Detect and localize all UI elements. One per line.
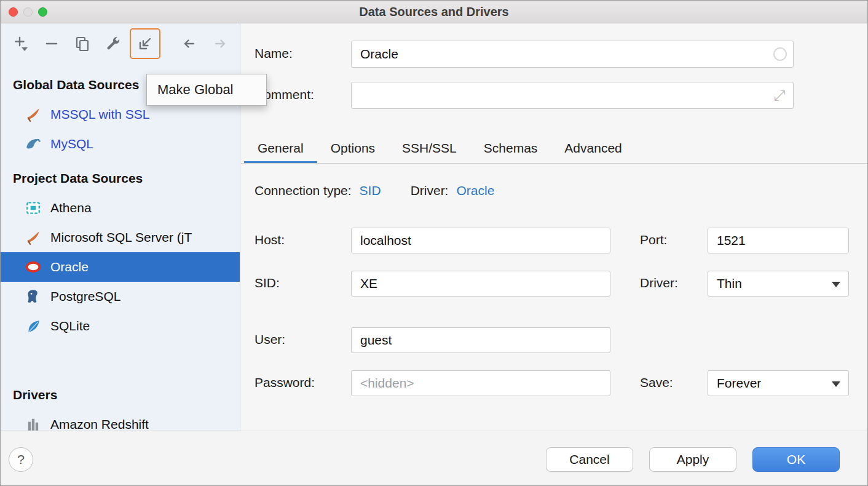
sid-field <box>351 271 610 297</box>
make-global-icon <box>136 35 154 52</box>
tab-ssh-ssl[interactable]: SSH/SSL <box>389 133 470 164</box>
connection-driver-label: Driver: <box>411 183 449 198</box>
host-field <box>351 228 610 253</box>
tree-item-postgresql[interactable]: PostgreSQL <box>1 282 240 311</box>
ok-button[interactable]: OK <box>752 447 840 472</box>
tree-item-label: MSSQL with SSL <box>50 107 149 122</box>
sqlite-icon <box>25 318 41 334</box>
driver-label: Driver: <box>640 276 678 290</box>
window-title: Data Sources and Drivers <box>1 1 867 23</box>
name-refresh-spinner-icon <box>773 47 787 61</box>
user-input[interactable] <box>352 328 610 353</box>
password-label: Password: <box>254 375 315 390</box>
connection-type-link[interactable]: SID <box>360 183 381 198</box>
make-global-button[interactable] <box>130 28 160 59</box>
arrow-right-icon <box>211 35 229 52</box>
data-sources-dialog: Data Sources and Drivers <box>0 0 868 486</box>
wrench-icon <box>105 35 122 52</box>
port-field <box>708 228 849 253</box>
tree-section-drivers: Drivers <box>1 380 240 410</box>
main-panel: Name: Comment: ⤢ General Options SSH/SSL… <box>241 23 867 432</box>
driver-select[interactable]: Thin <box>708 271 849 297</box>
sid-label: SID: <box>254 276 280 290</box>
tree-item-amazon-redshift[interactable]: Amazon Redshift <box>1 410 240 432</box>
mysql-icon <box>25 136 41 152</box>
tree-item-label: Microsoft SQL Server (jT <box>50 230 192 245</box>
tabs-separator <box>241 163 867 164</box>
apply-button[interactable]: Apply <box>649 447 736 472</box>
connection-type-label: Connection type: <box>254 183 352 198</box>
settings-tabs: General Options SSH/SSL Schemas Advanced <box>244 133 636 164</box>
save-select-value: Forever <box>717 376 761 391</box>
port-label: Port: <box>640 233 667 247</box>
add-data-source-button[interactable] <box>7 29 35 58</box>
tree-item-label: Amazon Redshift <box>50 417 149 432</box>
user-label: User: <box>254 332 285 347</box>
port-input[interactable] <box>708 228 848 253</box>
tab-general[interactable]: General <box>244 133 317 164</box>
driver-properties-button[interactable] <box>99 29 127 58</box>
redshift-icon <box>25 416 41 432</box>
tree-item-mysql[interactable]: MySQL <box>1 129 240 159</box>
sid-input[interactable] <box>352 271 610 296</box>
expand-comment-icon[interactable]: ⤢ <box>774 88 786 103</box>
name-label: Name: <box>254 46 293 61</box>
tree-item-label: Oracle <box>50 260 89 274</box>
host-label: Host: <box>254 233 285 247</box>
duplicate-data-source-button[interactable] <box>68 29 97 58</box>
sqlserver-icon <box>25 229 41 245</box>
tree-item-label: PostgreSQL <box>50 289 120 304</box>
remove-data-source-button[interactable] <box>37 29 66 58</box>
sidebar-toolbar <box>7 28 234 59</box>
mssql-icon <box>25 106 41 122</box>
tree-section-project-data-sources: Project Data Sources <box>1 164 240 193</box>
tree-item-athena[interactable]: Athena <box>1 193 240 223</box>
minus-icon <box>43 35 60 52</box>
back-button[interactable] <box>175 29 203 58</box>
connection-type-row: Connection type: SID Driver: Oracle <box>254 183 494 198</box>
connection-driver-link[interactable]: Oracle <box>456 183 494 198</box>
tree-item-sqlite[interactable]: SQLite <box>1 311 240 341</box>
save-label: Save: <box>640 375 673 390</box>
titlebar: Data Sources and Drivers <box>1 1 867 23</box>
tab-advanced[interactable]: Advanced <box>551 133 635 164</box>
comment-input[interactable] <box>352 82 793 108</box>
tree-item-microsoft-sql-server[interactable]: Microsoft SQL Server (jT <box>1 223 240 252</box>
tab-schemas[interactable]: Schemas <box>470 133 551 164</box>
data-source-tree: Global Data Sources MSSQL with SSL MySQL… <box>1 70 240 432</box>
athena-icon <box>25 200 41 216</box>
plus-icon <box>12 35 30 52</box>
dialog-footer: ? Cancel Apply OK <box>1 431 867 485</box>
save-select[interactable]: Forever <box>708 370 849 396</box>
arrow-left-icon <box>181 35 198 52</box>
help-button[interactable]: ? <box>9 447 33 472</box>
host-input[interactable] <box>352 228 610 253</box>
user-field <box>351 327 610 353</box>
cancel-button[interactable]: Cancel <box>546 447 633 472</box>
tree-item-label: MySQL <box>50 137 93 151</box>
tree-item-label: Athena <box>50 201 92 215</box>
forward-button[interactable] <box>206 29 234 58</box>
name-input[interactable] <box>352 41 793 67</box>
comment-field: ⤢ <box>351 82 794 109</box>
tree-item-oracle[interactable]: Oracle <box>1 252 240 282</box>
name-field <box>351 41 794 68</box>
oracle-icon <box>25 259 41 275</box>
copy-icon <box>74 35 91 52</box>
tree-item-label: SQLite <box>50 319 90 333</box>
postgresql-icon <box>25 289 41 305</box>
driver-select-value: Thin <box>717 276 742 291</box>
tab-options[interactable]: Options <box>317 133 389 164</box>
password-field <box>351 370 610 396</box>
password-input[interactable] <box>352 371 610 396</box>
make-global-tooltip: Make Global <box>146 74 267 106</box>
